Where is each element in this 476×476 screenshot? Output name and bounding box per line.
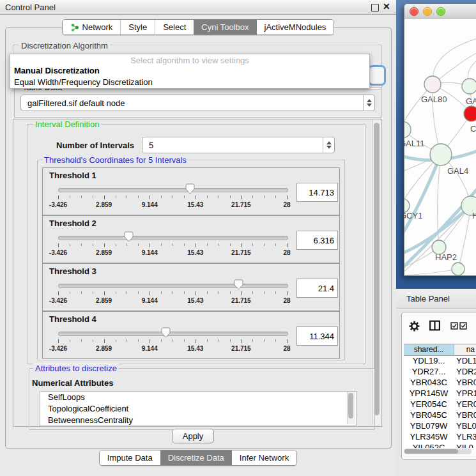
number-of-intervals-combobox[interactable]: 5 (142, 137, 335, 153)
close-traffic-light-icon[interactable] (410, 7, 418, 16)
tab-discretize-data[interactable]: Discretize Data (160, 450, 232, 465)
network-canvas[interactable]: GAL80GACGAL11GAL4GCY1HHAP2 (404, 19, 476, 275)
cell-name[interactable]: YBR0 (454, 377, 476, 388)
apply-button[interactable]: Apply (172, 429, 214, 443)
network-window-titlebar[interactable] (404, 4, 476, 19)
tab-jactivemnodules[interactable]: jActiveMNodules (257, 20, 334, 35)
network-node-label: GAL4 (447, 166, 468, 176)
cell-shared-name[interactable]: YDL19... (404, 355, 454, 366)
network-node[interactable] (430, 144, 452, 165)
tab-impute-data[interactable]: Impute Data (100, 450, 160, 465)
slider-tick-label: 28 (283, 249, 290, 256)
network-node-label: HAP2 (435, 252, 457, 262)
minimize-traffic-light-icon[interactable] (423, 7, 432, 16)
threshold-1-slider[interactable]: -3.4262.8599.14415.4321.71528 (43, 168, 339, 215)
attribute-list-item[interactable]: BetweennessCentrality (40, 415, 356, 426)
slider-tick (93, 291, 93, 294)
slider-thumb[interactable] (161, 327, 171, 338)
table-row[interactable]: YIL052CYIL0 (404, 442, 476, 448)
slider-track[interactable] (58, 284, 288, 288)
cell-shared-name[interactable]: YER054C (404, 399, 454, 410)
column-header-name[interactable]: na (454, 344, 476, 355)
table-data-value: galFiltered.sif default node (21, 98, 363, 108)
table-row[interactable]: YDR27...YDR2 (404, 366, 476, 377)
threshold-1-value-field[interactable] (296, 183, 338, 202)
tab-cyni-toolbox[interactable]: Cyni Toolbox (194, 20, 256, 35)
threshold-4-slider[interactable]: -3.4262.8599.14415.4321.71528 (43, 312, 339, 358)
slider-tick (219, 291, 219, 294)
close-icon[interactable]: ✕ (383, 1, 390, 12)
threshold-3-value-field[interactable] (296, 279, 338, 298)
cell-name[interactable]: YDR2 (454, 366, 476, 377)
cell-name[interactable]: YLR3 (454, 431, 476, 442)
zoom-traffic-light-icon[interactable] (436, 7, 445, 16)
slider-thumb[interactable] (124, 231, 134, 242)
network-node[interactable] (424, 76, 441, 93)
slider-track[interactable] (58, 332, 288, 336)
slider-tick (138, 196, 139, 198)
cell-shared-name[interactable]: YPR145W (404, 388, 454, 399)
slider-tick-label: -3.426 (49, 297, 67, 304)
slider-tick (58, 339, 59, 343)
attribute-list-item[interactable]: TopologicalCoefficient (40, 403, 356, 415)
table-row[interactable]: YDL19...YDL1 (404, 355, 476, 366)
threshold-2-slider[interactable]: -3.4262.8599.14415.4321.71528 (43, 216, 339, 263)
checkbox-icon[interactable] (450, 322, 458, 330)
cell-name[interactable]: YPR1 (454, 388, 476, 399)
attributes-scrollbar-thumb[interactable] (348, 393, 353, 418)
dropdown-option-manual[interactable]: Manual Discretization (10, 65, 369, 77)
numerical-attributes-list[interactable]: SelfLoopsTopologicalCoefficientBetweenne… (40, 391, 357, 426)
tab-network[interactable]: Network (63, 20, 121, 35)
slider-track[interactable] (58, 188, 288, 192)
network-node[interactable] (452, 263, 464, 275)
split-columns-icon[interactable] (429, 319, 441, 332)
slider-thumb[interactable] (185, 183, 195, 194)
tab-select[interactable]: Select (155, 20, 194, 35)
cell-shared-name[interactable]: YIL052C (404, 442, 454, 448)
cell-name[interactable]: YBL0 (454, 420, 476, 431)
tab-infer-network[interactable]: Infer Network (232, 450, 296, 465)
table-row[interactable]: YLR345WYLR3 (404, 431, 476, 442)
table-row[interactable]: YPR145WYPR1 (404, 388, 476, 399)
dropdown-option-equal-width[interactable]: Equal Width/Frequency Discretization (10, 77, 369, 88)
slider-tick (93, 196, 93, 198)
gear-icon[interactable] (409, 321, 420, 332)
threshold-3-slider[interactable]: -3.4262.8599.14415.4321.71528 (43, 264, 339, 311)
slider-tick (184, 291, 185, 294)
slider-tick (275, 243, 276, 246)
table-row[interactable]: YBR045CYBR0 (404, 410, 476, 420)
cell-name[interactable]: YIL0 (454, 442, 476, 448)
slider-tick (287, 196, 288, 199)
cell-shared-name[interactable]: YBR043C (404, 377, 454, 388)
threshold-2-value-field[interactable] (296, 231, 338, 250)
threshold-2-panel: Threshold 2 -3.4262.8599.14415.4321.7152… (42, 215, 340, 263)
slider-thumb[interactable] (234, 279, 243, 290)
cell-shared-name[interactable]: YBR045C (404, 410, 454, 420)
cell-name[interactable]: YER0 (454, 399, 476, 410)
column-header-shared-name[interactable]: shared... (404, 344, 454, 355)
table-row[interactable]: YER054CYER0 (404, 399, 476, 410)
network-view-window[interactable]: GAL80GACGAL11GAL4GCY1HHAP2 (404, 3, 476, 276)
algorithm-combobox[interactable] (368, 65, 386, 86)
table-row[interactable]: YBR043CYBR0 (404, 377, 476, 388)
cell-shared-name[interactable]: YBL079W (404, 420, 454, 431)
slider-tick (161, 243, 162, 246)
slider-track[interactable] (58, 236, 288, 240)
table-rows[interactable]: YDL19...YDL1YDR27...YDR2YBR043CYBR0YPR14… (404, 355, 476, 448)
horizontal-scrollbar-thumb[interactable] (404, 449, 458, 454)
cell-name[interactable]: YDL1 (454, 355, 476, 366)
network-icon (70, 23, 79, 32)
float-window-icon[interactable] (371, 4, 379, 12)
threshold-4-value-field[interactable] (296, 326, 338, 346)
cell-shared-name[interactable]: YDR27... (404, 366, 454, 377)
table-row[interactable]: YBL079WYBL0 (404, 420, 476, 431)
app-root: Control Panel ✕ Network Style Select Cyn… (0, 0, 476, 476)
cell-shared-name[interactable]: YLR345W (404, 431, 454, 442)
attribute-list-item[interactable]: SelfLoops (40, 392, 356, 403)
cell-name[interactable]: YBR0 (454, 410, 476, 420)
network-node[interactable] (462, 79, 476, 94)
checkbox-icon[interactable] (459, 322, 467, 330)
tab-style[interactable]: Style (120, 20, 155, 35)
network-node[interactable] (464, 106, 476, 121)
table-data-combobox[interactable]: galFiltered.sif default node (20, 95, 375, 111)
